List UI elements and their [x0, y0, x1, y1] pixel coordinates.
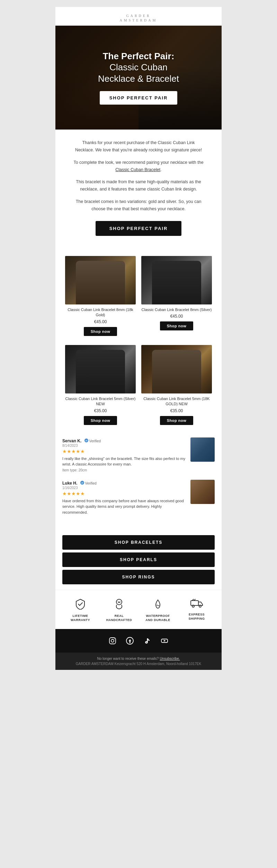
warranty-icon — [61, 599, 100, 612]
product-price-3: €35.00 — [65, 408, 136, 413]
review-text-2: Have ordered from this company before an… — [62, 498, 186, 515]
svg-point-7 — [111, 639, 114, 642]
reviewer-name-1: Servan K. Verified — [62, 437, 186, 444]
shop-pearls-button[interactable]: SHOP PEARLS — [62, 552, 215, 567]
waterproof-label: WATERPROOFAND DURABLE — [138, 614, 177, 622]
product-item-3: Classic Cuban Link Bracelet 5mm (Silver)… — [62, 342, 138, 431]
product-price-1: €45.00 — [65, 319, 136, 324]
product-image-1 — [65, 256, 136, 304]
social-footer — [55, 629, 222, 653]
bottom-footer: No longer want to receive these emails? … — [55, 653, 222, 670]
hero-title-line2: Classic Cuban — [109, 62, 168, 72]
brand-name: GARDER — [55, 14, 222, 18]
social-icons — [62, 635, 215, 646]
shop-now-button-1[interactable]: Shop now — [84, 327, 117, 336]
footer-address: GARDER AMSTERDAM Keizersgracht 520 H Ams… — [62, 662, 215, 666]
review-content-1: Servan K. Verified 8/14/2023 ★★★★★ I rea… — [62, 437, 186, 472]
product-image-3 — [65, 345, 136, 393]
feature-handcrafted: REALHANDCRAFTED — [100, 599, 138, 622]
review-item-2: Luke H. Verified 1/16/2023 ★★★★★ Have or… — [62, 480, 215, 515]
hero-title: The Perfect Pair: Classic Cuban Necklace… — [98, 51, 179, 85]
svg-point-5 — [199, 605, 201, 607]
bracelet-link[interactable]: Classic Cuban Bracelet — [115, 167, 160, 172]
shop-perfect-pair-button[interactable]: SHOP PERFECT PAIR — [96, 221, 182, 236]
feature-waterproof: WATERPROOFAND DURABLE — [138, 599, 177, 622]
product-price-2: €45.00 — [141, 314, 212, 319]
instagram-icon[interactable] — [107, 635, 118, 646]
verified-icon-2 — [80, 481, 84, 485]
hero-content: The Perfect Pair: Classic Cuban Necklace… — [91, 44, 186, 112]
handcrafted-icon — [100, 599, 138, 612]
product-item-4: Classic Cuban Link Bracelet 5mm (18K GOL… — [138, 342, 215, 431]
email-header: GARDER AMSTERDAM — [55, 7, 222, 26]
waterproof-icon — [138, 599, 177, 612]
handcrafted-label: REALHANDCRAFTED — [100, 614, 138, 622]
body-para1: Thanks for your recent purchase of the C… — [73, 139, 204, 154]
review-stars-1: ★★★★★ — [62, 449, 186, 454]
verified-icon-1 — [84, 439, 88, 442]
hero-title-line1: The Perfect Pair: — [103, 51, 175, 61]
shipping-icon — [177, 599, 216, 611]
product-image-4 — [141, 345, 212, 393]
shipping-label: EXPRESSSHIPPING — [177, 613, 216, 621]
review-thumb-2 — [190, 480, 215, 504]
review-meta-1: Item type: 20cm — [62, 468, 186, 472]
product-name-4: Classic Cuban Link Bracelet 5mm (18K GOL… — [141, 396, 212, 407]
body-para3: This bracelet is made from the same high… — [73, 178, 204, 193]
facebook-icon[interactable] — [124, 635, 135, 646]
hero-title-line3: Necklace & Bracelet — [98, 73, 179, 84]
review-stars-2: ★★★★★ — [62, 491, 186, 496]
shop-rings-button[interactable]: SHOP RINGS — [62, 570, 215, 584]
shop-categories: SHOP BRACELETS SHOP PEARLS SHOP RINGS — [55, 530, 222, 587]
hero-section: The Perfect Pair: Classic Cuban Necklace… — [55, 26, 222, 130]
shop-bracelets-button[interactable]: SHOP BRACELETS — [62, 535, 215, 550]
warranty-label: LIFETIMEWARRANTY — [61, 614, 100, 622]
svg-rect-6 — [109, 638, 116, 644]
product-name-1: Classic Cuban Link Bracelet 8mm (18k Gol… — [65, 307, 136, 318]
review-date-2: 1/16/2023 — [62, 486, 186, 490]
review-item-1: Servan K. Verified 8/14/2023 ★★★★★ I rea… — [62, 437, 215, 472]
reviews-section: Servan K. Verified 8/14/2023 ★★★★★ I rea… — [55, 431, 222, 530]
product-price-4: €35.00 — [141, 408, 212, 413]
youtube-icon[interactable] — [159, 635, 170, 646]
feature-shipping: EXPRESSSHIPPING — [177, 599, 216, 622]
shop-now-button-4[interactable]: Shop now — [160, 416, 194, 425]
shop-now-button-3[interactable]: Shop now — [84, 416, 117, 425]
brand-logo: GARDER AMSTERDAM — [55, 14, 222, 22]
shop-now-button-2[interactable]: Shop now — [160, 321, 194, 330]
feature-warranty: LIFETIMEWARRANTY — [61, 599, 100, 622]
svg-point-0 — [84, 439, 88, 442]
product-image-2 — [141, 256, 212, 304]
tiktok-icon[interactable] — [142, 635, 153, 646]
svg-rect-3 — [191, 601, 198, 605]
unsubscribe-link[interactable]: Unsubscribe. — [160, 657, 180, 661]
review-thumb-1 — [190, 437, 215, 462]
footer-unsubscribe-text: No longer want to receive these emails? … — [62, 657, 215, 661]
features-row: LIFETIMEWARRANTY REALHANDCRAFTED WATERPR… — [55, 590, 222, 629]
product-name-2: Classic Cuban Link Bracelet 8mm (Silver) — [141, 307, 212, 312]
body-para4: The bracelet comes in two variations: go… — [73, 198, 204, 213]
svg-point-8 — [114, 639, 115, 639]
product-grid: Classic Cuban Link Bracelet 8mm (18k Gol… — [55, 253, 222, 431]
svg-point-1 — [80, 481, 84, 485]
product-item-2: Classic Cuban Link Bracelet 8mm (Silver)… — [138, 253, 215, 342]
brand-subtitle: AMSTERDAM — [55, 18, 222, 22]
product-item-1: Classic Cuban Link Bracelet 8mm (18k Gol… — [62, 253, 138, 342]
hero-cta-button[interactable]: SHOP PERFECT PAIR — [100, 91, 178, 105]
svg-point-4 — [192, 605, 194, 607]
review-text-1: I really like the „shinning" on the brac… — [62, 456, 186, 467]
product-name-3: Classic Cuban Link Bracelet 5mm (Silver)… — [65, 396, 136, 407]
reviewer-name-2: Luke H. Verified — [62, 480, 186, 486]
body-para2: To complete the look, we recommend pairi… — [73, 159, 204, 174]
review-content-2: Luke H. Verified 1/16/2023 ★★★★★ Have or… — [62, 480, 186, 515]
review-date-1: 8/14/2023 — [62, 444, 186, 448]
email-container: GARDER AMSTERDAM The Perfect Pair: Class… — [55, 7, 222, 670]
body-text-section: Thanks for your recent purchase of the C… — [55, 130, 222, 253]
